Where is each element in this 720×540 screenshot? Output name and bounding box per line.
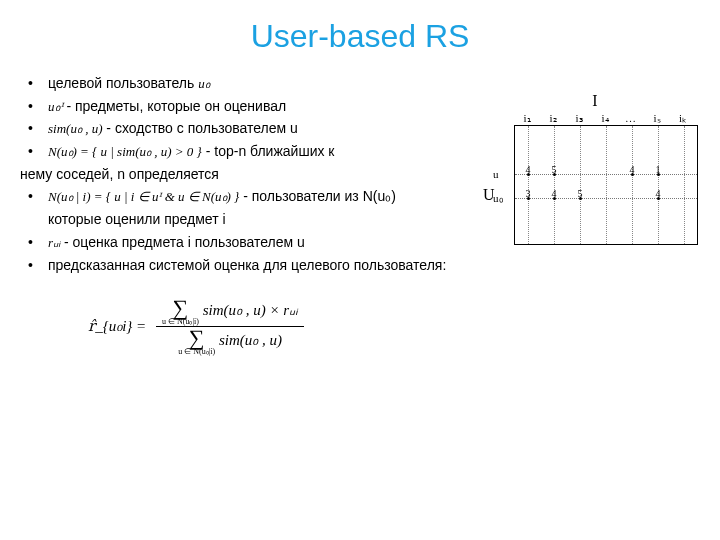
matrix-row-label-1: u₀	[493, 192, 503, 205]
matrix-col-6: iₖ	[670, 112, 696, 125]
matrix-col-3: i₄	[592, 112, 618, 125]
matrix-col-1: i₂	[540, 112, 566, 125]
bullet-6: • rᵤᵢ - оценка предмета i пользователем …	[28, 232, 465, 254]
bullet-4-cont: нему соседей, n определяется	[20, 164, 465, 186]
bullet-5: • N(u₀ | i) = { u | i ∈ uᶦ & u ∈ N(u₀) }…	[28, 186, 465, 208]
matrix-col-5: iₛ	[644, 112, 670, 125]
bullet-2: • u₀ᶦ - предметы, которые он оценивал	[28, 96, 465, 118]
matrix-cols: i₁i₂i₃i₄…iₛiₖ	[514, 112, 706, 125]
matrix-row-label-0: u	[493, 168, 499, 180]
bullet-5-cont: которые оценили предмет i	[48, 209, 465, 231]
user-item-matrix: I i₁i₂i₃i₄…iₛiₖ U u4541u₀3454	[484, 92, 706, 245]
bullet-4: • N(u₀) = { u | sim(u₀ , u) > 0 } - top-…	[28, 141, 465, 163]
matrix-col-0: i₁	[514, 112, 540, 125]
matrix-I-label: I	[484, 92, 706, 110]
prediction-formula: r̂_{u₀i} = ∑u ∈ N(u₀|i) sim(u₀ , u) × rᵤ…	[88, 298, 465, 355]
bullet-list: • целевой пользователь u₀ • u₀ᶦ - предме…	[0, 55, 465, 355]
matrix-col-2: i₃	[566, 112, 592, 125]
bullet-7: • предсказанная системой оценка для целе…	[28, 255, 465, 277]
slide-title: User-based RS	[0, 0, 720, 55]
matrix-grid: U u4541u₀3454	[514, 125, 698, 245]
bullet-3: • sim(u₀ , u) - сходство с пользователем…	[28, 118, 465, 140]
matrix-col-4: …	[618, 112, 644, 125]
bullet-1: • целевой пользователь u₀	[28, 73, 465, 95]
